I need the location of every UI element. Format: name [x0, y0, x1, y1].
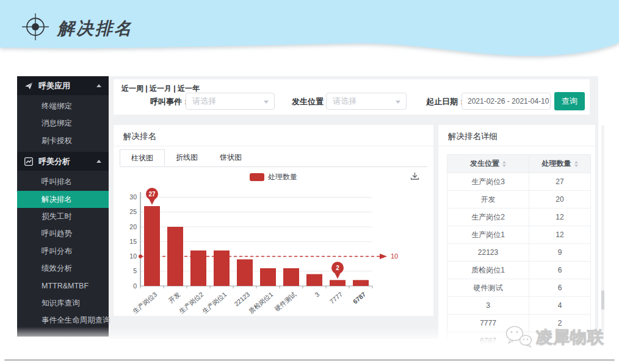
- svg-text:15: 15: [129, 238, 137, 245]
- table-cell: 9: [529, 244, 591, 262]
- bar[interactable]: [237, 259, 253, 286]
- table-cell: 6: [529, 279, 591, 297]
- line-chart-icon: [24, 157, 33, 166]
- sort-asc-icon[interactable]: [502, 161, 506, 163]
- caret-up-icon: [96, 160, 101, 163]
- bar[interactable]: [353, 280, 369, 286]
- sidebar-group-header[interactable]: 呼美应用: [17, 76, 109, 95]
- chart-panel: 解决排名 柱状图折线图饼状图 处理数量 051015202530生产岗位3开发生…: [114, 125, 433, 316]
- call-event-select[interactable]: 请选择: [186, 93, 275, 110]
- sidebar-item[interactable]: 刷卡授权: [17, 132, 109, 149]
- svg-text:质检岗位1: 质检岗位1: [247, 290, 274, 314]
- sidebar-item[interactable]: 呼叫趋势: [17, 225, 109, 242]
- table-panel: 解决排名详细 发生位置处理数量生产岗位327开发20生产岗位212生产岗位112…: [438, 125, 595, 339]
- table-cell: 质检岗位1: [447, 262, 529, 279]
- page-bottom-edge: [4, 359, 615, 361]
- table-cell: 生产岗位3: [447, 173, 529, 191]
- bar[interactable]: [190, 251, 206, 286]
- svg-text:22123: 22123: [233, 290, 251, 307]
- sidebar-group-header[interactable]: 呼美分析: [17, 152, 109, 171]
- table-cell: 开发: [447, 191, 529, 209]
- call-event-placeholder: 请选择: [192, 96, 216, 107]
- scrollbar-thumb[interactable]: [601, 290, 604, 310]
- svg-text:硬件测试: 硬件测试: [273, 290, 297, 312]
- separator: |: [143, 84, 150, 93]
- location-placeholder: 请选择: [333, 96, 357, 107]
- download-icon[interactable]: [410, 171, 420, 182]
- bar-chart[interactable]: 051015202530生产岗位3开发生产岗位2生产岗位122123质检岗位1硬…: [125, 184, 424, 314]
- date-range-value: 2021-02-26 - 2021-04-10: [468, 97, 549, 105]
- sidebar-group-label: 呼美分析: [38, 156, 70, 167]
- chart-panel-title: 解决排名: [123, 131, 156, 142]
- chart-legend[interactable]: 处理数量: [114, 172, 433, 182]
- svg-text:开发: 开发: [167, 290, 181, 304]
- bar[interactable]: [306, 274, 322, 286]
- filter-panel: 近一周 | 近一月 | 近一年 呼叫事件： 请选择 发生位置： 请选择 起止日期…: [114, 79, 590, 115]
- svg-text:30: 30: [129, 193, 137, 201]
- table-row: 生产岗位112: [447, 226, 591, 244]
- sidebar-item[interactable]: 消息绑定: [17, 115, 109, 132]
- svg-text:生产岗位1: 生产岗位1: [201, 290, 228, 314]
- svg-text:6787: 6787: [352, 290, 367, 305]
- sort-icons[interactable]: [574, 161, 578, 167]
- column-label: 发生位置: [470, 159, 499, 168]
- paper-plane-icon: [24, 82, 33, 90]
- table-row: 开发20: [447, 191, 591, 209]
- page-title: 解决排名: [57, 17, 133, 40]
- bar[interactable]: [260, 268, 276, 286]
- svg-text:7777: 7777: [328, 290, 344, 305]
- chevron-down-icon: [396, 101, 400, 104]
- table-cell: 27: [529, 173, 591, 191]
- sort-icons[interactable]: [502, 161, 506, 167]
- sort-desc-icon[interactable]: [502, 165, 506, 167]
- table-column-header[interactable]: 发生位置: [447, 155, 529, 173]
- chart-tab[interactable]: 折线图: [165, 149, 209, 166]
- svg-text:生产岗位2: 生产岗位2: [178, 290, 205, 314]
- svg-text:5: 5: [133, 267, 137, 274]
- bar[interactable]: [144, 206, 160, 286]
- sidebar-item[interactable]: 知识库查询: [17, 294, 109, 312]
- svg-text:2: 2: [336, 265, 339, 271]
- svg-text:0: 0: [133, 282, 137, 290]
- quick-range-link[interactable]: 近一周: [121, 84, 143, 93]
- quick-range-link[interactable]: 近一月: [150, 84, 172, 93]
- table-cell: 6: [529, 262, 591, 279]
- separator: |: [172, 84, 178, 93]
- location-select[interactable]: 请选择: [326, 93, 407, 110]
- sort-desc-icon[interactable]: [574, 165, 578, 167]
- caret-up-icon: [96, 84, 101, 87]
- table-cell: 生产岗位1: [447, 226, 529, 244]
- table-cell: 4: [529, 297, 591, 315]
- sidebar-item[interactable]: 解决排名: [17, 191, 109, 208]
- sidebar-item[interactable]: 损失工时: [17, 208, 109, 225]
- table-cell: 硬件测试: [447, 279, 529, 297]
- sidebar-item[interactable]: 终端绑定: [17, 98, 109, 115]
- legend-label: 处理数量: [268, 172, 297, 182]
- sidebar-item[interactable]: 事件全生命周期查询: [17, 312, 109, 329]
- table-cell: 12: [529, 209, 591, 226]
- sidebar-group-items: 呼叫排名解决排名损失工时呼叫趋势呼叫分布绩效分析MTTR&MTBF知识库查询事件…: [17, 171, 109, 332]
- table-column-header[interactable]: 处理数量: [529, 155, 591, 173]
- chart-tab[interactable]: 饼状图: [209, 149, 253, 166]
- quick-range-link[interactable]: 近一年: [178, 84, 200, 93]
- search-button[interactable]: 查询: [554, 92, 585, 110]
- bar[interactable]: [283, 268, 299, 286]
- svg-text:3: 3: [313, 290, 320, 298]
- crosshair-icon: [21, 12, 50, 41]
- date-range-input[interactable]: 2021-02-26 - 2021-04-10: [462, 93, 551, 110]
- sidebar-item[interactable]: 呼叫排名: [17, 173, 109, 190]
- sidebar-item[interactable]: MTTR&MTBF: [17, 277, 109, 294]
- sort-asc-icon[interactable]: [574, 161, 578, 163]
- bar[interactable]: [214, 251, 230, 286]
- chart-tab[interactable]: 柱状图: [120, 149, 165, 166]
- table-cell: 3: [447, 297, 529, 315]
- table-row: 生产岗位327: [447, 173, 591, 191]
- watermark: 凌犀物联: [505, 324, 604, 350]
- sidebar-group-items: 终端绑定消息绑定刷卡授权: [17, 95, 109, 152]
- chevron-down-icon: [264, 101, 269, 104]
- sidebar-item[interactable]: 呼叫分布: [17, 243, 109, 260]
- sidebar-item[interactable]: 绩效分析: [17, 260, 109, 277]
- table-row: 221239: [447, 244, 591, 262]
- divider: [438, 146, 595, 146]
- bar[interactable]: [330, 280, 346, 286]
